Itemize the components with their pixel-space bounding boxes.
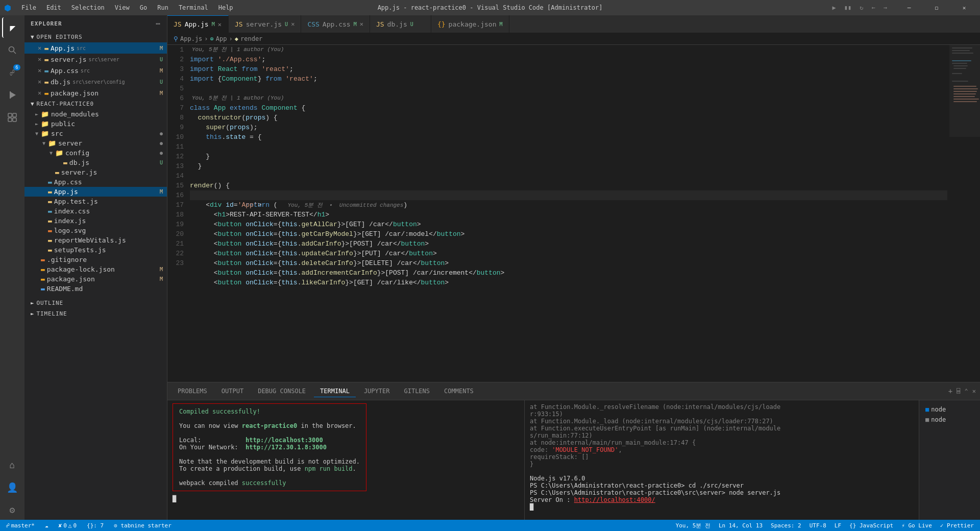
menu-view[interactable]: View [111, 3, 134, 12]
terminal-right[interactable]: at Function.Module._resolveFilename (nod… [525, 400, 919, 520]
breadcrumb-appjs[interactable]: App.js [180, 35, 202, 42]
menu-help[interactable]: Help [214, 3, 237, 12]
tree-public[interactable]: ► 📁 public [24, 119, 167, 129]
open-editor-packagejson[interactable]: ✕ ▬ package.json M [24, 87, 167, 99]
code-editor[interactable]: 12345 678910 1112131415 1617181920 21222… [167, 45, 980, 382]
toolbar-debug-play[interactable]: ▶ [832, 4, 836, 11]
maximize-button[interactable]: ◻ [925, 0, 948, 15]
close-packagejson[interactable]: ✕ [37, 88, 42, 98]
tree-gitignore[interactable]: ▬ .gitignore [24, 255, 167, 264]
tree-dbjs[interactable]: ▬ db.js U [24, 158, 167, 167]
menu-terminal[interactable]: Terminal [175, 3, 212, 12]
activity-settings[interactable]: ⚙ [2, 499, 22, 520]
tree-packagelockjson[interactable]: ▬ package-lock.json M [24, 264, 167, 274]
activity-source-control[interactable]: ☍ 6 [2, 62, 22, 83]
tree-packagejson[interactable]: ▬ package.json M [24, 274, 167, 284]
activity-account[interactable]: 👤 [2, 477, 22, 497]
panel-split-terminal[interactable]: ⌸ [957, 388, 960, 395]
tree-apptestjs[interactable]: ▬ App.test.js [24, 197, 167, 206]
tree-appcss[interactable]: ▬ App.css [24, 177, 167, 187]
statusbar-spaces[interactable]: Spaces: 2 [769, 522, 803, 529]
open-editor-appjs[interactable]: ✕ ▬ App.js src M [24, 42, 167, 54]
panel-add-terminal[interactable]: + [948, 387, 952, 395]
toolbar-back[interactable]: ← [872, 4, 875, 11]
statusbar-errors[interactable]: ✘ 0 △ 0 [57, 522, 79, 529]
menu-selection[interactable]: Selection [67, 3, 109, 12]
tab-close-appjs[interactable]: ✕ [218, 21, 222, 28]
tree-indexjs[interactable]: ▬ index.js [24, 216, 167, 226]
menu-file[interactable]: File [17, 3, 40, 12]
activity-remote[interactable]: ⌂ [2, 454, 22, 475]
tree-config[interactable]: ▼ 📁 config ● [24, 148, 167, 158]
tab-close-serverjs[interactable]: ✕ [291, 20, 295, 28]
statusbar-position[interactable]: Ln 14, Col 13 [717, 522, 765, 529]
activity-extensions[interactable] [2, 107, 22, 128]
menu-go[interactable]: Go [136, 3, 151, 12]
close-appcss[interactable]: ✕ [37, 66, 42, 75]
statusbar-golive[interactable]: ⚡ Go Live [899, 522, 934, 529]
statusbar-encoding[interactable]: UTF-8 [807, 522, 828, 529]
panel-tab-gitlens[interactable]: GITLENS [398, 385, 436, 397]
activity-search[interactable] [2, 40, 22, 60]
tree-readmemd[interactable]: ▬ README.md [24, 284, 167, 294]
tree-src[interactable]: ▼ 📁 src ● [24, 129, 167, 138]
panel-tab-output[interactable]: OUTPUT [215, 385, 250, 397]
statusbar-git-time[interactable]: You, 5분 전 [674, 522, 713, 529]
close-dbjs[interactable]: ✕ [37, 77, 42, 86]
breadcrumb-app[interactable]: App [216, 35, 227, 42]
panel-content: Compiled successfully! You can now view … [167, 400, 980, 520]
statusbar-tabnine[interactable]: ⊙ tabnine starter [112, 522, 174, 529]
statusbar-sync[interactable]: ☁ [43, 522, 51, 529]
statusbar-language[interactable]: {} JavaScript [847, 522, 895, 529]
minimize-button[interactable]: ─ [897, 0, 921, 15]
tree-indexcss[interactable]: ▬ index.css [24, 206, 167, 216]
terminal-tab-node-2[interactable]: ■ node [921, 415, 978, 425]
tree-serverjs[interactable]: ▬ server.js [24, 167, 167, 177]
tab-serverjs[interactable]: JS server.js U ✕ [229, 15, 301, 33]
tree-reportwebvitals[interactable]: ▬ reportWebVitals.js [24, 235, 167, 245]
project-title[interactable]: ▼ REACT-PRACTICE0 [24, 99, 167, 109]
outline-title[interactable]: ► OUTLINE [24, 298, 167, 308]
open-editor-dbjs[interactable]: ✕ ▬ db.js src\server\config U [24, 76, 167, 87]
terminal-tab-node-1[interactable]: ■ node [921, 404, 978, 415]
activity-run-debug[interactable] [2, 85, 22, 105]
tree-logosvg[interactable]: ▬ logo.svg [24, 226, 167, 235]
panel-tab-debug-console[interactable]: DEBUG CONSOLE [252, 385, 312, 397]
menu-run[interactable]: Run [153, 3, 173, 12]
open-editor-serverjs[interactable]: ✕ ▬ server.js src\server U [24, 54, 167, 65]
menu-edit[interactable]: Edit [42, 3, 65, 12]
toolbar-debug-pause[interactable]: ▮▮ [844, 4, 851, 11]
panel-maximize[interactable]: ⌃ [965, 388, 968, 395]
tab-dbjs[interactable]: JS db.js U [370, 15, 431, 33]
toolbar-restart[interactable]: ↻ [860, 4, 863, 11]
tree-node-modules[interactable]: ► 📁 node_modules [24, 109, 167, 119]
tree-appjs[interactable]: ▬ App.js M [24, 187, 167, 197]
breadcrumb-render[interactable]: render [240, 35, 262, 42]
close-appjs[interactable]: ✕ [37, 43, 42, 53]
statusbar-eol[interactable]: LF [832, 522, 843, 529]
tree-server[interactable]: ▼ 📁 server ● [24, 138, 167, 148]
tab-appjs[interactable]: JS App.js M ✕ [167, 15, 229, 33]
panel-tab-problems[interactable]: PROBLEMS [172, 385, 213, 397]
open-editor-appcss[interactable]: ✕ ▬ App.css src M [24, 65, 167, 76]
close-button[interactable]: ✕ [952, 0, 976, 15]
tab-close-appcss[interactable]: ✕ [360, 20, 363, 28]
statusbar-branch[interactable]: ☍ master* [4, 522, 37, 529]
tab-appcss[interactable]: CSS App.css M ✕ [301, 15, 370, 33]
toolbar-forward[interactable]: → [884, 4, 887, 11]
activity-explorer[interactable]: ◤ [2, 17, 22, 38]
sidebar-more-actions[interactable]: ⋯ [156, 19, 161, 28]
panel-tab-comments[interactable]: COMMENTS [438, 385, 480, 397]
open-editors-title[interactable]: ▼ OPEN EDITORS [24, 32, 167, 42]
statusbar-prettier-btn[interactable]: ✓ Prettier [938, 522, 976, 529]
terminal-left[interactable]: Compiled successfully! You can now view … [167, 400, 525, 520]
code-content[interactable]: You, 5분 전 | 1 author (You) import './App… [188, 45, 949, 382]
tree-setuptests[interactable]: ▬ setupTests.js [24, 245, 167, 255]
panel-close[interactable]: ✕ [972, 388, 976, 395]
close-serverjs[interactable]: ✕ [37, 55, 42, 64]
statusbar-prettier[interactable]: {}: 7 [85, 522, 106, 529]
timeline-title[interactable]: ► TIMELINE [24, 308, 167, 319]
panel-tab-terminal[interactable]: TERMINAL [314, 385, 356, 397]
panel-tab-jupyter[interactable]: JUPYTER [358, 385, 396, 397]
tab-packagejson[interactable]: {} package.json M [431, 15, 509, 33]
